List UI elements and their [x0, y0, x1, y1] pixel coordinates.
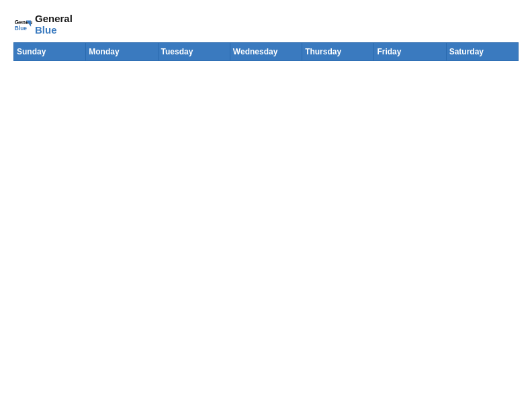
calendar-table: SundayMondayTuesdayWednesdayThursdayFrid… — [13, 42, 519, 61]
weekday-header-friday: Friday — [374, 43, 446, 61]
logo: General Blue General Blue — [13, 13, 73, 36]
weekday-header-row: SundayMondayTuesdayWednesdayThursdayFrid… — [14, 43, 519, 61]
weekday-header-thursday: Thursday — [302, 43, 374, 61]
logo-icon: General Blue — [13, 15, 32, 34]
page-header: General Blue General Blue — [13, 13, 519, 36]
weekday-header-tuesday: Tuesday — [158, 43, 230, 61]
weekday-header-wednesday: Wednesday — [230, 43, 302, 61]
logo-line2: Blue — [35, 25, 73, 36]
weekday-header-monday: Monday — [86, 43, 158, 61]
weekday-header-saturday: Saturday — [446, 43, 518, 61]
logo-line1: General — [35, 13, 73, 25]
weekday-header-sunday: Sunday — [14, 43, 86, 61]
svg-text:Blue: Blue — [15, 25, 27, 32]
